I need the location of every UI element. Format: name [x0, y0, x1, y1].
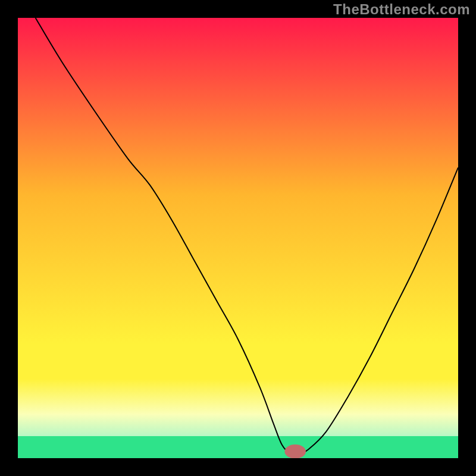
chart-svg [18, 18, 458, 458]
plot-area [18, 18, 458, 458]
svg-rect-0 [18, 18, 458, 195]
watermark: TheBottleneck.com [333, 1, 470, 18]
svg-rect-1 [18, 194, 458, 344]
svg-point-6 [284, 444, 306, 458]
svg-rect-2 [18, 344, 458, 380]
svg-rect-3 [18, 379, 458, 415]
chart-container: TheBottleneck.com [0, 0, 476, 476]
svg-rect-5 [18, 436, 458, 458]
svg-rect-4 [18, 414, 458, 437]
